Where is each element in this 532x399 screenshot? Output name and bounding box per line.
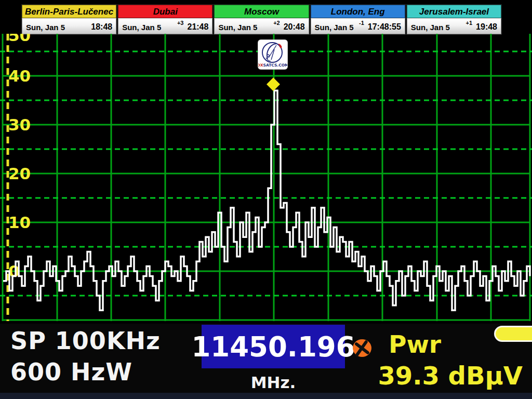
clock-utc-offset: +1 — [466, 20, 476, 26]
clock-utc-offset: -1 — [359, 20, 368, 26]
peak-marker-diamond — [267, 77, 280, 91]
frequency-unit-label: MHz. — [202, 373, 345, 392]
filter-bandwidth-readout: 600 HzW — [10, 358, 132, 386]
spectrum-plot: 50403020100 — [0, 34, 532, 324]
clock-time-row: Sun, Jan 5 +2 20:48 — [214, 18, 309, 34]
clock-city-label: Moscow — [214, 5, 309, 18]
clock-city-label: Berlin-Paris-Lučenec — [22, 5, 116, 18]
clock-utc-offset: +3 — [177, 20, 188, 26]
clock-london: London, Eng Sun, Jan 5 -1 17:48:55 — [311, 5, 407, 34]
power-value: 39.3 dBµV — [378, 361, 523, 390]
power-label: Pwr — [389, 330, 441, 358]
clock-jerusalem: Jerusalem-Israel Sun, Jan 5 +1 19:48 — [407, 5, 501, 34]
frequency-display[interactable]: 11450.196 — [202, 325, 345, 368]
clock-time: 21:48 — [187, 22, 208, 32]
frequency-value: 11450.196 — [191, 331, 355, 363]
clock-time: 19:48 — [476, 22, 497, 32]
clock-time-row: Sun, Jan 5 +3 21:48 — [118, 18, 212, 34]
bottom-edge-strip — [0, 393, 532, 399]
clock-city-label: Jerusalem-Israel — [407, 5, 501, 18]
clock-time-row: Sun, Jan 5 +1 19:48 — [407, 18, 501, 34]
svg-text:30: 30 — [8, 115, 31, 134]
svg-text:DXSATCS.COM: DXSATCS.COM — [258, 63, 287, 68]
svg-text:20: 20 — [8, 164, 31, 183]
world-clock-bar: Berlin-Paris-Lučenec Sun, Jan 5 18:48 Du… — [21, 4, 502, 35]
dxsatcs-logo: DXSATCS.COM — [258, 40, 287, 69]
readout-panel: SP 100KHz 600 HzW 11450.196 MHz. Pwr 39.… — [0, 324, 532, 393]
clock-date: Sun, Jan 5 — [411, 23, 450, 32]
clock-utc-offset: +2 — [273, 20, 284, 26]
svg-text:50: 50 — [8, 34, 31, 45]
clock-city-label: London, Eng — [311, 5, 405, 18]
clock-berlin-paris-lucenec: Berlin-Paris-Lučenec Sun, Jan 5 18:48 — [22, 5, 118, 34]
clock-dubai: Dubai Sun, Jan 5 +3 21:48 — [118, 5, 214, 34]
menu-pill-button[interactable] — [494, 326, 532, 342]
clock-date: Sun, Jan 5 — [122, 23, 161, 32]
clock-moscow: Moscow Sun, Jan 5 +2 20:48 — [214, 5, 310, 34]
svg-text:10: 10 — [8, 213, 31, 232]
span-readout: SP 100KHz — [10, 327, 161, 355]
clock-date: Sun, Jan 5 — [218, 23, 257, 32]
clock-time-row: Sun, Jan 5 18:48 — [22, 18, 116, 34]
clock-time: 17:48:55 — [368, 22, 401, 32]
cancel-icon[interactable] — [352, 339, 372, 358]
satellite-dish-icon: DXSATCS.COM — [258, 40, 287, 69]
clock-date: Sun, Jan 5 — [26, 23, 65, 32]
clock-time: 20:48 — [284, 22, 305, 32]
clock-time-row: Sun, Jan 5 -1 17:48:55 — [311, 18, 405, 34]
clock-time: 18:48 — [91, 22, 112, 32]
svg-text:40: 40 — [8, 66, 31, 85]
spectrum-analyzer-screen: { "world_clocks": [ {"name": "Berlin-Par… — [0, 0, 532, 399]
spectrum-trace-svg: 50403020100 — [0, 34, 532, 324]
clock-city-label: Dubai — [118, 5, 212, 18]
clock-date: Sun, Jan 5 — [315, 23, 354, 32]
